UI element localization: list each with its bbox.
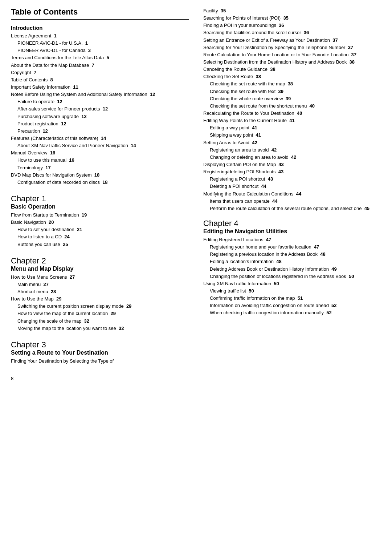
list-item: How to Use Menu Screens 27 — [11, 274, 189, 281]
list-item: Facility 35 — [203, 7, 381, 15]
list-item: Editing Registered Locations 47 — [203, 236, 381, 243]
chapter2-subheading: Menu and Map Display — [11, 266, 189, 272]
list-item: Searching the facilities around the scro… — [203, 29, 381, 36]
list-item: Editing Way Points to the Current Route … — [203, 117, 381, 124]
list-item: Precaution 12 — [17, 128, 189, 135]
list-item: Modifying the Route Calculation Conditio… — [203, 190, 381, 198]
list-item: Moving the map to the location you want … — [17, 325, 189, 332]
list-item: Deleting a POI shortcut 44 — [210, 183, 381, 190]
chapter3-continuation: Facility 35Searching for Points of Inter… — [203, 7, 381, 212]
page-title: Table of Contents — [11, 7, 189, 20]
list-item: PIONEER AVIC-D1 - for U.S.A. 1 — [17, 40, 189, 47]
list-item: When checking traffic congestion informa… — [210, 309, 381, 316]
chapter3-heading: Chapter 3 — [11, 340, 189, 350]
chapter4-list: Editing Registered Locations 47Registeri… — [203, 236, 381, 317]
chapter3-subheading: Setting a Route to Your Destination — [11, 350, 189, 356]
right-column: Facility 35Searching for Points of Inter… — [196, 7, 381, 381]
list-item: Registering your home and your favorite … — [210, 243, 381, 251]
list-item: Items that users can operate 44 — [210, 198, 381, 205]
list-item: Notes Before Using the System and Additi… — [11, 91, 189, 98]
list-item: Checking the whole route overview 39 — [210, 95, 381, 102]
chapter4-heading: Chapter 4 — [203, 219, 381, 228]
page: Table of Contents Introduction License A… — [11, 7, 381, 381]
list-item: Changing the scale of the map 32 — [17, 318, 189, 325]
chapter1-list: Flow from Startup to Termination 19Basic… — [11, 211, 189, 248]
list-item: Registering a previous location in the A… — [210, 251, 381, 258]
list-item: Deleting Address Book or Destination His… — [210, 266, 381, 273]
list-item: Registering a POI shortcut 43 — [210, 175, 381, 183]
list-item: DVD Map Discs for Navigation System 18 — [11, 171, 189, 179]
list-item: Checking the set route with text 39 — [210, 88, 381, 95]
list-item: Route Calculation to Your Home Location … — [203, 51, 381, 58]
list-item: Important Safety Information 11 — [11, 84, 189, 91]
list-item: Searching for Points of Interest (POI) 3… — [203, 15, 381, 22]
list-item: Failure to operate 12 — [17, 98, 189, 105]
list-item: Terminology 17 — [17, 164, 189, 171]
list-item: Checking the set route with the map 38 — [210, 80, 381, 88]
chapter3-intro: Finding Your Destination by Selecting th… — [11, 358, 189, 365]
chapter1-subheading: Basic Operation — [11, 203, 189, 210]
list-item: Finding a POI in your surroundings 36 — [203, 22, 381, 29]
list-item: Shortcut menu 28 — [17, 288, 189, 295]
list-item: Basic Navigation 20 — [11, 219, 189, 226]
list-item: Confirming traffic information on the ma… — [210, 295, 381, 302]
list-item: Perform the route calculation of the sev… — [210, 205, 381, 212]
list-item: How to listen to a CD 24 — [17, 233, 189, 241]
list-item: About the Data for the Map Database 7 — [11, 62, 189, 69]
list-item: Viewing traffic list 50 — [210, 287, 381, 295]
list-item: Product registration 12 — [17, 120, 189, 128]
list-item: How to use this manual 16 — [17, 157, 189, 164]
list-item: Checking the Set Route 38 — [203, 73, 381, 80]
list-item: License Agreement 1 — [11, 32, 189, 40]
list-item: Purchasing software upgrade 12 — [17, 113, 189, 120]
list-item: Skipping a way point 41 — [210, 132, 381, 139]
list-item: Registering/deleting POI Shortcuts 43 — [203, 168, 381, 175]
list-item: Selecting Destination from the Destinati… — [203, 58, 381, 66]
list-item: Setting an Entrance or Exit of a Freeway… — [203, 37, 381, 44]
list-item: Changing the position of locations regis… — [210, 273, 381, 280]
list-item: Recalculating the Route to Your Destinat… — [203, 110, 381, 117]
list-item: Flow from Startup to Termination 19 — [11, 211, 189, 219]
list-item: Main menu 27 — [17, 281, 189, 288]
list-item: Editing a location’s information 48 — [210, 258, 381, 265]
page-number: 8 — [11, 376, 189, 381]
list-item: Checking the set route from the shortcut… — [210, 102, 381, 110]
list-item: Canceling the Route Guidance 38 — [203, 66, 381, 73]
list-item: Searching for Your Destination by Specif… — [203, 44, 381, 51]
list-item: After-sales service for Pioneer products… — [17, 105, 189, 113]
list-item: Features (Characteristics of this softwa… — [11, 135, 189, 142]
list-item: Table of Contents 8 — [11, 76, 189, 84]
list-item: Editing a way point 41 — [210, 124, 381, 132]
intro-list: License Agreement 1PIONEER AVIC-D1 - for… — [11, 32, 189, 186]
chapter1-heading: Chapter 1 — [11, 194, 189, 203]
list-item: How to set your destination 21 — [17, 226, 189, 233]
list-item: Information on avoiding traffic congesti… — [210, 302, 381, 309]
list-item: About XM NavTraffic Service and Pioneer … — [17, 142, 189, 149]
list-item: Setting Areas to Avoid 42 — [203, 139, 381, 146]
chapter2-list: How to Use Menu Screens 27Main menu 27Sh… — [11, 274, 189, 332]
list-item: How to Use the Map 29 — [11, 295, 189, 303]
list-item: Using XM NavTraffic Information 50 — [203, 280, 381, 287]
left-column: Table of Contents Introduction License A… — [11, 7, 196, 381]
intro-heading: Introduction — [11, 25, 189, 31]
list-item: Buttons you can use 25 — [17, 241, 189, 248]
list-item: Changing or deleting an area to avoid 42 — [210, 154, 381, 161]
list-item: Terms and Conditions for the Tele Atlas … — [11, 54, 189, 61]
list-item: PIONEER AVIC-D1 - for Canada 3 — [17, 47, 189, 54]
list-item: Switching the current position screen di… — [17, 303, 189, 310]
list-item: Manual Overview 16 — [11, 149, 189, 157]
list-item: Copyright 7 — [11, 69, 189, 76]
chapter2-heading: Chapter 2 — [11, 256, 189, 266]
list-item: Displaying Certain POI on the Map 43 — [203, 161, 381, 168]
list-item: Registering an area to avoid 42 — [210, 146, 381, 154]
list-item: How to view the map of the current locat… — [17, 310, 189, 317]
list-item: Configuration of data recorded on discs … — [17, 179, 189, 186]
chapter4-subheading: Editing the Navigation Utilities — [203, 228, 381, 235]
